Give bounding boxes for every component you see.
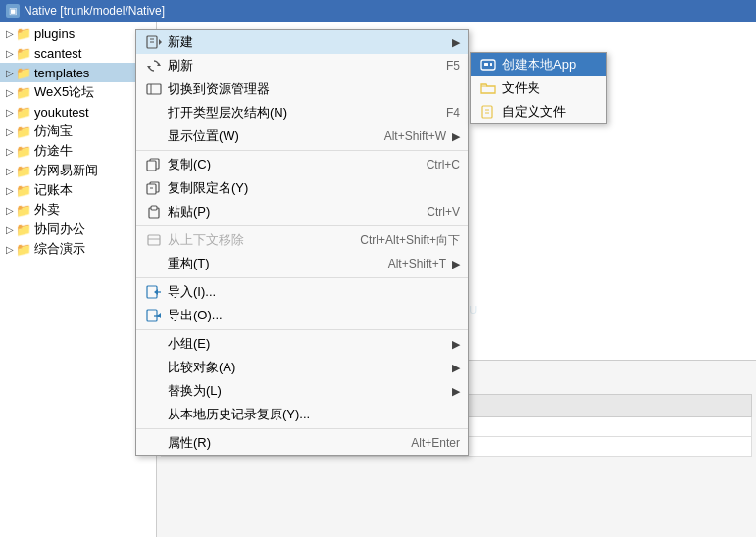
app-icon: ▣	[6, 4, 20, 18]
menu-item-restore-label: 从本地历史记录复原(Y)...	[168, 406, 460, 423]
svg-rect-14	[482, 106, 492, 118]
menu-item-open-type[interactable]: 打开类型层次结构(N) F4	[136, 101, 468, 124]
menu-item-refresh-label: 刷新	[168, 57, 436, 74]
expand-icon: ▷	[4, 47, 16, 59]
tree-item-taobao[interactable]: ▷ 📁 仿淘宝	[0, 122, 156, 141]
menu-item-copy-label: 复制(C)	[168, 156, 417, 173]
context-menu: 新建 ▶ 创建本地App 文件夹	[135, 29, 469, 456]
menu-item-export[interactable]: 导出(O)...	[136, 304, 468, 327]
menu-item-new[interactable]: 新建 ▶ 创建本地App 文件夹	[136, 30, 468, 54]
separator-1	[136, 150, 468, 151]
replace-arrow-icon: ▶	[452, 385, 460, 398]
folder-icon: 📁	[16, 25, 31, 41]
tree-label: plugins	[34, 26, 75, 41]
tree-item-tunit[interactable]: ▷ 📁 仿途牛	[0, 141, 156, 161]
tree-item-scantest[interactable]: ▷ 📁 scantest	[0, 43, 156, 63]
expand-icon: ▷	[4, 27, 16, 39]
menu-item-replace-label: 替换为(L)	[168, 382, 446, 400]
tree-label: 协同办公	[34, 220, 85, 238]
folder-icon: 📁	[16, 84, 31, 100]
menu-item-properties-label: 属性(R)	[168, 434, 401, 452]
expand-icon: ▷	[4, 145, 16, 157]
remove-shortcut: Ctrl+Alt+Shift+向下	[360, 232, 460, 249]
tree-item-163[interactable]: ▷ 📁 仿网易新闻	[0, 161, 156, 180]
menu-item-copy-limited[interactable]: 复制限定名(Y)	[136, 176, 468, 200]
tree-item-account[interactable]: ▷ 📁 记账本	[0, 180, 156, 200]
tree-label: 仿网易新闻	[34, 162, 98, 179]
refactor-icon	[144, 256, 164, 271]
menu-item-group-label: 小组(E)	[168, 335, 446, 353]
tree-label: youkutest	[34, 105, 89, 120]
separator-2	[136, 225, 468, 226]
import-icon	[144, 284, 164, 300]
menu-item-paste-label: 粘贴(P)	[168, 203, 417, 220]
explorer-icon	[144, 81, 164, 97]
menu-item-export-label: 导出(O)...	[168, 307, 460, 324]
restore-icon	[144, 407, 164, 422]
group-arrow-icon: ▶	[452, 338, 460, 351]
copy-limited-icon	[144, 180, 164, 196]
folder-icon: 📁	[16, 221, 31, 237]
menu-item-explorer-label: 切换到资源管理器	[168, 80, 460, 98]
tree-item-waimai[interactable]: ▷ 📁 外卖	[0, 200, 156, 220]
menu-item-copy-limited-label: 复制限定名(Y)	[168, 179, 460, 197]
svg-rect-22	[147, 161, 156, 171]
tree-item-templates[interactable]: ▷ 📁 templates	[0, 63, 156, 82]
tree-label: 综合演示	[34, 240, 85, 258]
menu-item-refresh[interactable]: 刷新 F5	[136, 54, 468, 77]
menu-item-location-label: 显示位置(W)	[168, 127, 375, 145]
svg-rect-28	[148, 235, 160, 245]
tree-label: WeX5论坛	[34, 83, 94, 101]
new-submenu: 创建本地App 文件夹 自定义文件	[470, 52, 607, 124]
expand-icon: ▷	[4, 86, 16, 98]
new-icon	[144, 34, 164, 50]
copy-icon	[144, 157, 164, 172]
file-tree-sidebar: ▷ 📁 plugins ▷ 📁 scantest ▷ 📁 templates ▷…	[0, 22, 157, 537]
compare-arrow-icon: ▶	[452, 362, 460, 374]
menu-item-remove: 从上下文移除 Ctrl+Alt+Shift+向下	[136, 228, 468, 252]
menu-item-copy[interactable]: 复制(C) Ctrl+C	[136, 153, 468, 176]
paste-shortcut: Ctrl+V	[427, 205, 460, 219]
menu-item-compare[interactable]: 比较对象(A) ▶	[136, 356, 468, 379]
menu-item-group[interactable]: 小组(E) ▶	[136, 332, 468, 356]
menu-item-compare-label: 比较对象(A)	[168, 359, 446, 376]
submenu-item-create-native-app[interactable]: 创建本地App	[471, 53, 606, 76]
properties-shortcut: Alt+Enter	[411, 436, 460, 450]
tree-item-plugins[interactable]: ▷ 📁 plugins	[0, 24, 156, 43]
folder-icon: 📁	[16, 163, 31, 178]
menu-item-restore[interactable]: 从本地历史记录复原(Y)...	[136, 403, 468, 426]
tree-label: templates	[34, 66, 89, 80]
menu-item-import[interactable]: 导入(I)...	[136, 280, 468, 304]
menu-item-refactor[interactable]: 重构(T) Alt+Shift+T ▶	[136, 252, 468, 275]
refactor-shortcut: Alt+Shift+T	[388, 257, 446, 270]
menu-item-refactor-label: 重构(T)	[168, 255, 378, 272]
group-icon	[144, 336, 164, 352]
expand-icon: ▷	[4, 204, 16, 216]
folder-icon: 📁	[16, 65, 31, 80]
tree-item-collab[interactable]: ▷ 📁 协同办公	[0, 220, 156, 239]
type-icon	[144, 105, 164, 121]
expand-icon: ▷	[4, 106, 16, 118]
submenu-item-folder[interactable]: 文件夹	[471, 76, 606, 100]
menu-item-paste[interactable]: 粘贴(P) Ctrl+V	[136, 200, 468, 223]
menu-item-replace[interactable]: 替换为(L) ▶	[136, 379, 468, 403]
submenu-item-custom-file[interactable]: 自定义文件	[471, 100, 606, 123]
menu-item-show-location[interactable]: 显示位置(W) Alt+Shift+W ▶	[136, 124, 468, 148]
refresh-icon	[144, 58, 164, 73]
tree-item-youkutest[interactable]: ▷ 📁 youkutest	[0, 102, 156, 122]
compare-icon	[144, 360, 164, 375]
menu-item-explorer[interactable]: 切换到资源管理器	[136, 77, 468, 101]
menu-item-remove-label: 从上下文移除	[168, 231, 350, 249]
folder-icon	[479, 80, 498, 96]
expand-icon: ▷	[4, 165, 16, 176]
tree-item-wex5[interactable]: ▷ 📁 WeX5论坛	[0, 82, 156, 102]
menu-item-properties[interactable]: 属性(R) Alt+Enter	[136, 431, 468, 455]
refresh-shortcut: F5	[446, 59, 460, 73]
tree-item-demo[interactable]: ▷ 📁 综合演示	[0, 239, 156, 259]
separator-4	[136, 329, 468, 330]
expand-icon: ▷	[4, 243, 16, 255]
paste-icon	[144, 204, 164, 220]
menu-item-new-label: 新建	[168, 33, 446, 51]
refactor-arrow-icon: ▶	[452, 258, 460, 270]
tree-label: 仿淘宝	[34, 122, 73, 140]
